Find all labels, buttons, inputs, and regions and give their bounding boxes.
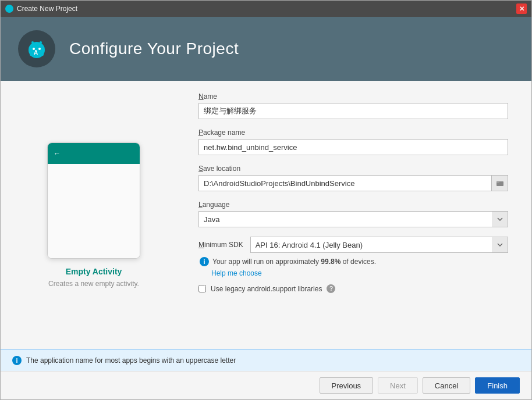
svg-point-4: [38, 48, 41, 50]
minimum-sdk-select-wrapper: API 16: Android 4.1 (Jelly Bean) API 21:…: [250, 237, 508, 253]
sdk-info: i Your app will run on approximately 99.…: [198, 256, 508, 267]
name-group: NNameame: [198, 92, 508, 119]
right-panel: NNameame Package name Save location: [187, 81, 531, 349]
minimum-sdk-select[interactable]: API 16: Android 4.1 (Jelly Bean) API 21:…: [250, 237, 508, 253]
language-select[interactable]: Java Kotlin: [198, 211, 508, 227]
save-location-row: [198, 175, 508, 191]
svg-text:A: A: [34, 49, 38, 56]
browse-folder-button[interactable]: [492, 175, 508, 191]
save-location-group: Save location: [198, 165, 508, 191]
title-bar-left: Create New Project: [5, 5, 77, 13]
name-input[interactable]: [198, 103, 508, 119]
language-label: Language: [198, 201, 508, 209]
left-panel: ← Empty Activity Creates a new empty act…: [1, 81, 187, 349]
minimum-sdk-group: Minimum SDK API 16: Android 4.1 (Jelly B…: [198, 237, 508, 293]
cancel-button[interactable]: Cancel: [423, 377, 470, 394]
legacy-checkbox-row: Use legacy android.support libraries ?: [198, 284, 508, 293]
next-button[interactable]: Next: [378, 377, 418, 394]
header: A Configure Your Project: [1, 17, 531, 81]
minimum-sdk-row: Minimum SDK API 16: Android 4.1 (Jelly B…: [198, 237, 508, 253]
title-bar: Create New Project ✕: [1, 1, 531, 17]
main-window: Create New Project ✕ A Configure Your: [0, 0, 532, 400]
android-logo-icon: A: [24, 36, 49, 62]
svg-point-8: [40, 41, 42, 44]
help-question-icon[interactable]: ?: [327, 284, 335, 293]
app-icon: [5, 5, 13, 13]
phone-status-bar: ←: [48, 143, 140, 164]
window-title: Create New Project: [17, 5, 77, 13]
svg-rect-11: [496, 181, 499, 183]
activity-label: Empty Activity: [66, 267, 122, 276]
save-location-label: Save location: [198, 165, 508, 173]
header-title: Configure Your Project: [69, 40, 239, 58]
sdk-info-text: Your app will run on approximately 99.8%…: [212, 256, 376, 267]
svg-point-0: [7, 6, 11, 10]
bottom-info-icon: i: [12, 356, 22, 365]
package-name-group: Package name: [198, 128, 508, 155]
activity-description: Creates a new empty activity.: [48, 280, 139, 288]
svg-point-7: [31, 41, 34, 44]
language-group: Language Java Kotlin: [198, 201, 508, 227]
logo-container: A: [18, 30, 55, 67]
back-arrow-icon: ←: [54, 149, 61, 158]
bottom-info-text: The application name for most apps begin…: [26, 356, 236, 365]
legacy-checkbox-label[interactable]: Use legacy android.support libraries: [211, 285, 322, 293]
package-name-input[interactable]: [198, 139, 508, 155]
phone-content: [48, 164, 140, 258]
language-select-wrapper: Java Kotlin: [198, 211, 508, 227]
info-icon: i: [200, 257, 209, 266]
name-label: NNameame: [198, 92, 508, 101]
previous-button[interactable]: Previous: [320, 377, 374, 394]
help-me-choose-link[interactable]: Help me choose: [211, 269, 508, 277]
save-location-input[interactable]: [198, 175, 492, 191]
package-name-label: Package name: [198, 128, 508, 137]
close-button[interactable]: ✕: [516, 3, 527, 14]
minimum-sdk-label: Minimum SDK: [198, 241, 243, 249]
phone-preview: ←: [47, 142, 140, 259]
bottom-info-bar: i The application name for most apps beg…: [1, 349, 531, 371]
folder-icon: [496, 179, 504, 187]
legacy-checkbox[interactable]: [198, 285, 206, 292]
finish-button[interactable]: Finish: [475, 377, 520, 394]
footer: Previous Next Cancel Finish: [1, 371, 531, 399]
main-content: ← Empty Activity Creates a new empty act…: [1, 81, 531, 349]
